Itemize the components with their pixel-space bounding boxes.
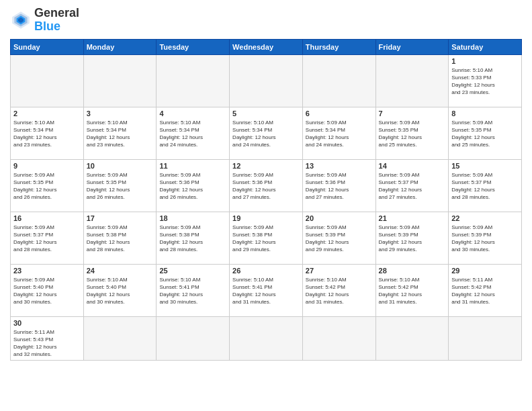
calendar-cell (449, 316, 522, 361)
day-number: 13 (306, 162, 373, 170)
day-number: 19 (232, 214, 300, 222)
calendar-cell: 9Sunrise: 5:09 AM Sunset: 5:35 PM Daylig… (11, 159, 84, 212)
calendar-cell: 6Sunrise: 5:09 AM Sunset: 5:34 PM Daylig… (302, 107, 375, 159)
logo-general: General (34, 6, 79, 19)
header: General Blue (10, 7, 522, 34)
logo-blue: Blue (34, 19, 60, 33)
day-number: 15 (451, 162, 519, 170)
day-info: Sunrise: 5:09 AM Sunset: 5:40 PM Dayligh… (13, 276, 81, 306)
calendar-cell: 19Sunrise: 5:09 AM Sunset: 5:38 PM Dayli… (230, 212, 303, 264)
calendar-week-row: 23Sunrise: 5:09 AM Sunset: 5:40 PM Dayli… (11, 264, 522, 316)
calendar-cell: 3Sunrise: 5:10 AM Sunset: 5:34 PM Daylig… (83, 107, 157, 159)
calendar-cell (230, 54, 303, 107)
day-info: Sunrise: 5:10 AM Sunset: 5:42 PM Dayligh… (379, 276, 446, 306)
calendar-cell: 30Sunrise: 5:11 AM Sunset: 5:43 PM Dayli… (11, 316, 84, 361)
day-info: Sunrise: 5:09 AM Sunset: 5:35 PM Dayligh… (379, 119, 446, 149)
day-number: 26 (232, 267, 300, 275)
calendar-cell (302, 54, 375, 107)
day-number: 4 (159, 109, 226, 118)
day-number: 22 (451, 214, 519, 222)
calendar-cell: 21Sunrise: 5:09 AM Sunset: 5:39 PM Dayli… (375, 212, 449, 264)
calendar-page: General Blue SundayMondayTuesdayWednesda… (0, 0, 532, 411)
day-number: 21 (379, 214, 446, 222)
day-number: 11 (159, 162, 226, 170)
day-info: Sunrise: 5:10 AM Sunset: 5:41 PM Dayligh… (159, 276, 226, 306)
weekday-header-saturday: Saturday (449, 39, 522, 54)
day-number: 8 (451, 109, 519, 118)
day-number: 17 (87, 214, 154, 222)
calendar-cell: 4Sunrise: 5:10 AM Sunset: 5:34 PM Daylig… (157, 107, 230, 159)
calendar-cell (157, 54, 230, 107)
day-info: Sunrise: 5:09 AM Sunset: 5:38 PM Dayligh… (232, 224, 300, 254)
day-info: Sunrise: 5:11 AM Sunset: 5:42 PM Dayligh… (451, 276, 519, 306)
day-info: Sunrise: 5:09 AM Sunset: 5:38 PM Dayligh… (87, 224, 154, 254)
day-info: Sunrise: 5:09 AM Sunset: 5:36 PM Dayligh… (159, 171, 226, 201)
day-info: Sunrise: 5:09 AM Sunset: 5:36 PM Dayligh… (306, 171, 373, 201)
day-number: 16 (13, 214, 81, 222)
day-number: 18 (159, 214, 226, 222)
day-info: Sunrise: 5:09 AM Sunset: 5:39 PM Dayligh… (379, 224, 446, 254)
calendar-cell: 12Sunrise: 5:09 AM Sunset: 5:36 PM Dayli… (230, 159, 303, 212)
calendar-cell: 5Sunrise: 5:10 AM Sunset: 5:34 PM Daylig… (230, 107, 303, 159)
calendar-cell: 8Sunrise: 5:09 AM Sunset: 5:35 PM Daylig… (449, 107, 522, 159)
day-info: Sunrise: 5:10 AM Sunset: 5:34 PM Dayligh… (87, 119, 154, 149)
calendar-cell: 24Sunrise: 5:10 AM Sunset: 5:40 PM Dayli… (83, 264, 157, 316)
day-number: 6 (306, 109, 373, 118)
day-info: Sunrise: 5:09 AM Sunset: 5:35 PM Dayligh… (451, 119, 519, 149)
day-number: 1 (451, 57, 519, 65)
calendar-cell: 15Sunrise: 5:09 AM Sunset: 5:37 PM Dayli… (449, 159, 522, 212)
calendar-cell (157, 316, 230, 361)
calendar-cell: 29Sunrise: 5:11 AM Sunset: 5:42 PM Dayli… (449, 264, 522, 316)
day-info: Sunrise: 5:10 AM Sunset: 5:34 PM Dayligh… (159, 119, 226, 149)
calendar-cell (375, 316, 449, 361)
day-number: 7 (379, 109, 446, 118)
calendar-week-row: 16Sunrise: 5:09 AM Sunset: 5:37 PM Dayli… (11, 212, 522, 264)
calendar-cell: 2Sunrise: 5:10 AM Sunset: 5:34 PM Daylig… (11, 107, 84, 159)
day-info: Sunrise: 5:10 AM Sunset: 5:40 PM Dayligh… (87, 276, 154, 306)
day-info: Sunrise: 5:11 AM Sunset: 5:43 PM Dayligh… (13, 328, 81, 359)
calendar-cell: 25Sunrise: 5:10 AM Sunset: 5:41 PM Dayli… (157, 264, 230, 316)
day-info: Sunrise: 5:10 AM Sunset: 5:34 PM Dayligh… (13, 119, 81, 149)
calendar-cell: 7Sunrise: 5:09 AM Sunset: 5:35 PM Daylig… (375, 107, 449, 159)
weekday-header-tuesday: Tuesday (157, 39, 230, 54)
calendar-cell: 26Sunrise: 5:10 AM Sunset: 5:41 PM Dayli… (230, 264, 303, 316)
weekday-header-sunday: Sunday (11, 39, 84, 54)
calendar-cell (302, 316, 375, 361)
logo-text: General Blue (34, 7, 79, 34)
day-info: Sunrise: 5:10 AM Sunset: 5:41 PM Dayligh… (232, 276, 300, 306)
day-info: Sunrise: 5:09 AM Sunset: 5:37 PM Dayligh… (379, 171, 446, 201)
day-number: 10 (87, 162, 154, 170)
day-info: Sunrise: 5:09 AM Sunset: 5:36 PM Dayligh… (232, 171, 300, 201)
calendar-week-row: 30Sunrise: 5:11 AM Sunset: 5:43 PM Dayli… (11, 316, 522, 361)
calendar-cell (11, 54, 84, 107)
calendar-cell: 18Sunrise: 5:09 AM Sunset: 5:38 PM Dayli… (157, 212, 230, 264)
calendar-week-row: 9Sunrise: 5:09 AM Sunset: 5:35 PM Daylig… (11, 159, 522, 212)
day-number: 29 (451, 267, 519, 275)
calendar-cell (375, 54, 449, 107)
day-number: 27 (306, 267, 373, 275)
day-number: 28 (379, 267, 446, 275)
calendar-cell (83, 316, 157, 361)
day-number: 2 (13, 109, 81, 118)
calendar-cell (230, 316, 303, 361)
calendar-cell: 16Sunrise: 5:09 AM Sunset: 5:37 PM Dayli… (11, 212, 84, 264)
calendar-cell: 1Sunrise: 5:10 AM Sunset: 5:33 PM Daylig… (449, 54, 522, 107)
calendar-table: SundayMondayTuesdayWednesdayThursdayFrid… (10, 39, 522, 361)
calendar-cell: 27Sunrise: 5:10 AM Sunset: 5:42 PM Dayli… (302, 264, 375, 316)
day-number: 30 (13, 319, 81, 327)
weekday-header-friday: Friday (375, 39, 449, 54)
calendar-cell: 17Sunrise: 5:09 AM Sunset: 5:38 PM Dayli… (83, 212, 157, 264)
weekday-header-monday: Monday (83, 39, 157, 54)
day-info: Sunrise: 5:09 AM Sunset: 5:37 PM Dayligh… (451, 171, 519, 201)
day-info: Sunrise: 5:09 AM Sunset: 5:35 PM Dayligh… (13, 171, 81, 201)
day-info: Sunrise: 5:10 AM Sunset: 5:34 PM Dayligh… (232, 119, 300, 149)
calendar-cell (83, 54, 157, 107)
day-number: 24 (87, 267, 154, 275)
day-number: 12 (232, 162, 300, 170)
calendar-cell: 11Sunrise: 5:09 AM Sunset: 5:36 PM Dayli… (157, 159, 230, 212)
day-number: 20 (306, 214, 373, 222)
day-number: 9 (13, 162, 81, 170)
calendar-cell: 10Sunrise: 5:09 AM Sunset: 5:35 PM Dayli… (83, 159, 157, 212)
day-number: 25 (159, 267, 226, 275)
calendar-cell: 13Sunrise: 5:09 AM Sunset: 5:36 PM Dayli… (302, 159, 375, 212)
